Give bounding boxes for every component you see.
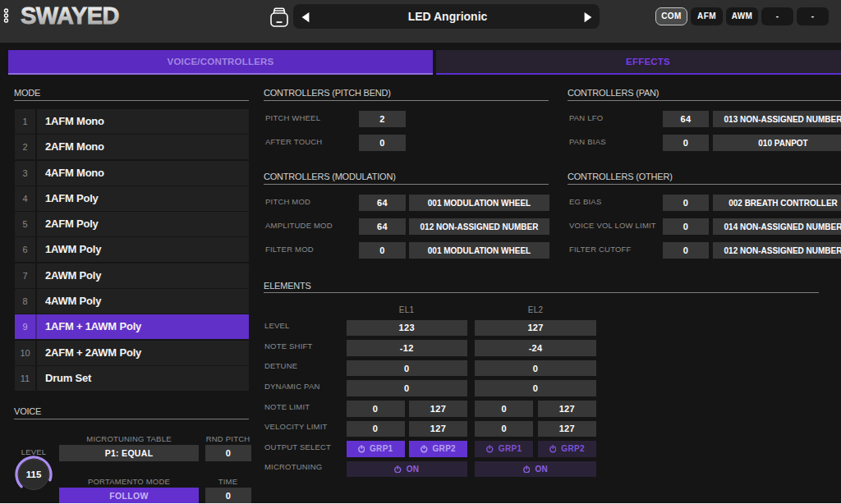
svg-text:115: 115: [26, 470, 42, 479]
svg-text:SWAYED: SWAYED: [21, 3, 119, 29]
